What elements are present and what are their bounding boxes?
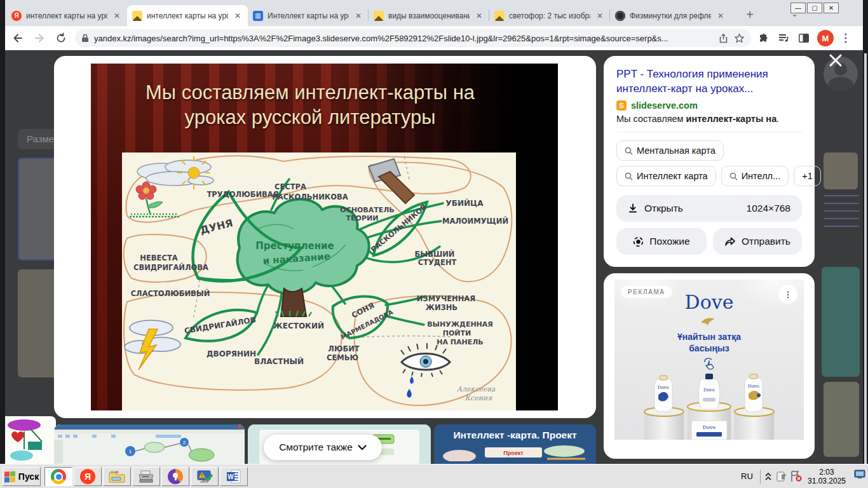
dimmed-thumbnail xyxy=(824,152,858,189)
back-button[interactable] xyxy=(9,29,27,47)
forward-button[interactable] xyxy=(31,29,48,47)
image-favicon xyxy=(494,11,505,21)
ad-card: РЕКЛАМА ⋮ Dove Ұнайтын затқа басыңыз xyxy=(604,273,815,459)
see-also-label: Смотрите также xyxy=(279,442,353,453)
action-center-flag-icon[interactable] xyxy=(790,470,803,483)
tab-close-icon[interactable]: ✕ xyxy=(112,11,122,21)
open-image-button[interactable]: Открыть 1024×768 xyxy=(616,195,802,222)
tray-date: 31.03.2025 xyxy=(802,477,851,485)
maximize-button[interactable]: ▢ xyxy=(807,3,822,13)
svg-text:СЛАСТОЛЮБИВЫЙ: СЛАСТОЛЮБИВЫЙ xyxy=(131,288,210,298)
svg-text:ВЫНУЖДЕННАЯ: ВЫНУЖДЕННАЯ xyxy=(427,320,493,329)
sun-icon xyxy=(177,156,210,189)
start-button[interactable]: Пуск xyxy=(3,467,41,486)
tray-clock[interactable]: 2:03 31.03.2025 xyxy=(802,468,851,485)
window-close-button[interactable]: ✕ xyxy=(824,3,839,13)
profile-avatar[interactable]: M xyxy=(817,30,834,46)
svg-text:1: 1 xyxy=(129,449,132,454)
svg-text:СОНЯ: СОНЯ xyxy=(350,301,376,320)
svg-text:ПОЙТИ: ПОЙТИ xyxy=(443,329,471,337)
dove-ad[interactable]: РЕКЛАМА ⋮ Dove Ұнайтын затқа басыңыз xyxy=(614,280,804,440)
side-panel-icon[interactable] xyxy=(796,30,812,46)
safely-remove-icon[interactable] xyxy=(776,470,787,483)
chip-mental-map[interactable]: Ментальная карта xyxy=(616,140,724,161)
taskbar-chrome-button[interactable] xyxy=(44,467,72,486)
see-also-button[interactable]: Смотрите также xyxy=(264,435,382,460)
tab-close-icon[interactable]: ✕ xyxy=(353,11,363,21)
yandex-browser-icon: Я xyxy=(80,469,95,484)
show-desktop-button[interactable] xyxy=(854,470,865,480)
chip-intell[interactable]: Интелл... xyxy=(721,166,789,186)
ad-text-line2: басыңыз xyxy=(614,343,804,353)
bookmark-star-icon[interactable] xyxy=(734,33,745,44)
tab-4[interactable]: виды взаимооценивани ✕ xyxy=(369,5,489,26)
chip-more[interactable]: +1 xyxy=(794,166,821,186)
software-screenshot-thumb: 1 2 xyxy=(54,424,245,464)
mindmap-drawing: ТРУДОЛЮБИВАЯ СЕСТРА РАСКОЛЬНИКОВА ДУНЯ О… xyxy=(122,152,516,410)
svg-text:ЖЕСТОКИЙ: ЖЕСТОКИЙ xyxy=(273,321,324,330)
similar-label: Похожие xyxy=(649,236,689,247)
svg-text:СЕСТРА: СЕСТРА xyxy=(275,182,306,191)
taskbar-printer-button[interactable] xyxy=(132,467,160,486)
tray-expand-chevron-icon[interactable] xyxy=(764,472,772,481)
taskbar-word-button[interactable]: W xyxy=(220,467,248,486)
taskbar-explorer-button[interactable] xyxy=(103,467,131,486)
send-button[interactable]: Отправить xyxy=(713,228,802,255)
tab-3[interactable]: ▥ Интеллект карты на уро ✕ xyxy=(248,5,369,26)
tab-6[interactable]: Физминутки для рефлек ✕ xyxy=(610,5,731,26)
svg-text:ЛЮБИТ: ЛЮБИТ xyxy=(328,344,359,353)
avast-browser-icon xyxy=(168,469,183,484)
svg-text:Преступление: Преступление xyxy=(255,240,334,252)
tab-5[interactable]: светофор: 2 тыс изобра ✕ xyxy=(489,5,610,26)
search-icon xyxy=(625,172,633,180)
reload-button[interactable] xyxy=(52,29,70,47)
svg-text:НА ПАНЕЛЬ: НА ПАНЕЛЬ xyxy=(437,338,484,346)
tab-close-icon[interactable]: ✕ xyxy=(474,11,484,21)
chevron-down-icon xyxy=(358,445,367,451)
taskbar-avast-button[interactable] xyxy=(161,467,189,486)
svg-text:Ксения: Ксения xyxy=(465,394,493,402)
taskbar-utility-button[interactable]: ! xyxy=(191,467,219,486)
similar-images-button[interactable]: Похожие xyxy=(616,228,707,255)
language-indicator[interactable]: RU xyxy=(741,471,753,481)
result-title[interactable]: PPT - Технология применения интеллект-ка… xyxy=(616,67,802,96)
image-viewer-card: Мы составляем интеллект-карты на уроках … xyxy=(54,56,596,418)
slide-image[interactable]: Мы составляем интеллект-карты на уроках … xyxy=(91,64,558,410)
new-tab-button[interactable]: + xyxy=(741,6,759,24)
share-icon[interactable] xyxy=(718,33,729,44)
svg-text:Dove: Dove xyxy=(658,385,669,390)
viewer-close-icon[interactable] xyxy=(828,53,843,68)
related-query-chips: Ментальная карта Интеллект карта Интелл.… xyxy=(616,132,802,186)
book-favicon: ▥ xyxy=(253,11,263,21)
browser-menu-kebab-icon[interactable] xyxy=(837,30,854,46)
tab-1[interactable]: Я интеллект карты на уро ✕ xyxy=(6,5,127,26)
related-thumbnail-3[interactable]: Интеллект -карта. Проект Проект xyxy=(434,424,596,464)
related-thumbnail-partial[interactable] xyxy=(5,416,56,464)
thumb-banner: Проект xyxy=(434,442,596,461)
tab-close-icon[interactable]: ✕ xyxy=(233,11,243,21)
storm-doodle xyxy=(125,320,180,370)
tab-close-icon[interactable]: ✕ xyxy=(715,11,726,21)
result-source[interactable]: S slideserve.com xyxy=(616,100,802,111)
word-icon: W xyxy=(226,470,241,484)
address-bar[interactable]: yandex.kz/images/search?img_url=https%3A… xyxy=(75,29,751,47)
svg-text:НЕВЕСТА: НЕВЕСТА xyxy=(140,254,177,262)
search-icon xyxy=(729,172,738,180)
chip-intellekt-karta[interactable]: Интеллект карта xyxy=(616,166,716,186)
svg-text:Проект: Проект xyxy=(503,450,524,456)
tab-2-active[interactable]: интеллект карты на уро ✕ xyxy=(127,5,248,26)
tab-close-icon[interactable]: ✕ xyxy=(595,11,605,21)
svg-text:Dove: Dove xyxy=(748,384,759,389)
extensions-puzzle-icon[interactable] xyxy=(755,30,771,46)
image-favicon xyxy=(374,11,384,21)
thumbnail-title: Интеллект -карта. Проект xyxy=(434,430,596,441)
related-thumbnail-1[interactable]: 1 2 xyxy=(54,424,245,464)
minimize-button[interactable]: — xyxy=(790,3,806,13)
svg-text:2: 2 xyxy=(183,440,186,445)
taskbar-yandex-button[interactable]: Я xyxy=(74,467,102,486)
monitor-check-icon: ! xyxy=(196,470,213,484)
browser-tab-strip: Я интеллект карты на уро ✕ интеллект кар… xyxy=(5,0,863,26)
svg-text:ЖИЗНЬ: ЖИЗНЬ xyxy=(426,303,458,312)
playlist-extension-icon[interactable] xyxy=(775,30,792,46)
tab-title: интеллект карты на уро xyxy=(26,11,107,20)
